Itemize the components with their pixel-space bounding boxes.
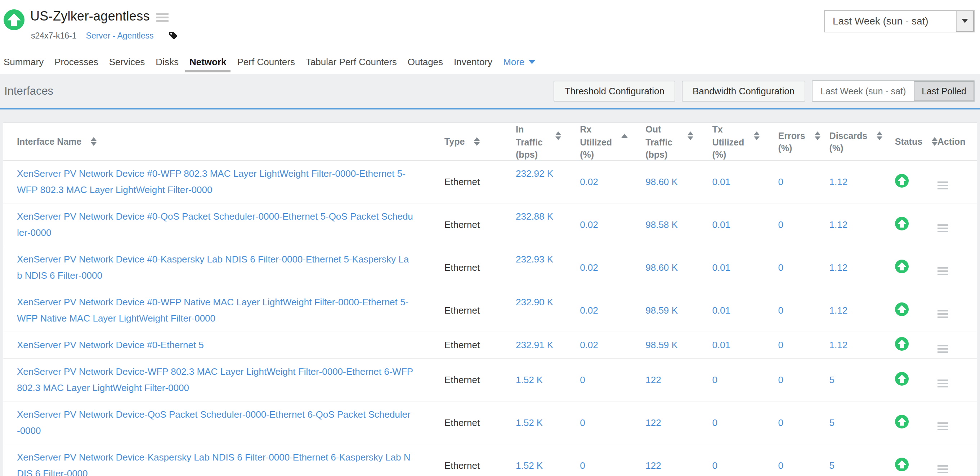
rx-utilized-value[interactable]: 0	[580, 374, 585, 385]
in-traffic-value[interactable]: 232.92 K	[516, 168, 553, 179]
threshold-configuration-button[interactable]: Threshold Configuration	[554, 81, 675, 102]
tab-inventory[interactable]: Inventory	[454, 57, 492, 68]
column-header-errors[interactable]: Errors(%)	[760, 123, 811, 160]
sort-icon[interactable]	[555, 132, 561, 140]
rx-utilized-value[interactable]: 0	[580, 460, 585, 471]
tx-utilized-value[interactable]: 0	[712, 460, 717, 471]
column-header-status[interactable]: Status	[872, 123, 919, 160]
monitor-type-link[interactable]: Server - Agentless	[86, 31, 154, 41]
tx-utilized-value[interactable]: 0.01	[712, 262, 730, 273]
bandwidth-configuration-button[interactable]: Bandwidth Configuration	[682, 81, 805, 102]
column-header-out-traffic[interactable]: Out Traffic(bps)	[627, 123, 693, 160]
action-menu-icon[interactable]	[937, 379, 948, 387]
tx-utilized-value[interactable]: 0.01	[712, 340, 730, 350]
column-header-type[interactable]: Type	[426, 123, 497, 160]
discards-value[interactable]: 1.12	[829, 219, 848, 230]
out-traffic-value[interactable]: 122	[646, 417, 661, 428]
sort-icon[interactable]	[754, 132, 760, 140]
dropdown-arrow-icon[interactable]	[956, 11, 974, 32]
tab-outages[interactable]: Outages	[408, 57, 443, 68]
in-traffic-value[interactable]: 1.52 K	[516, 460, 543, 471]
sort-ascending-icon[interactable]	[621, 133, 628, 138]
sort-icon[interactable]	[815, 132, 821, 140]
out-traffic-value[interactable]: 122	[646, 460, 661, 471]
rx-utilized-value[interactable]: 0.02	[580, 305, 598, 316]
out-traffic-value[interactable]: 98.60 K	[646, 176, 678, 187]
in-traffic-value[interactable]: 232.93 K	[516, 254, 553, 265]
toggle-option-last-week-sun-sat[interactable]: Last Week (sun - sat)	[813, 81, 914, 101]
discards-value[interactable]: 1.12	[829, 176, 848, 187]
rx-utilized-value[interactable]: 0.02	[580, 176, 598, 187]
errors-value[interactable]: 0	[778, 219, 783, 230]
rx-utilized-value[interactable]: 0.02	[580, 262, 598, 273]
interface-name-link[interactable]: XenServer PV Network Device-Kaspersky La…	[17, 444, 414, 476]
global-period-select[interactable]: Last Week (sun - sat)	[824, 10, 975, 32]
discards-value[interactable]: 1.12	[829, 262, 848, 273]
tab-tabular-perf-counters[interactable]: Tabular Perf Counters	[306, 57, 397, 68]
action-menu-icon[interactable]	[937, 345, 948, 353]
errors-value[interactable]: 0	[778, 460, 783, 471]
errors-value[interactable]: 0	[778, 374, 783, 385]
interface-name-link[interactable]: XenServer PV Network Device-QoS Packet S…	[17, 401, 414, 444]
rx-utilized-value[interactable]: 0	[580, 417, 585, 428]
column-header-rx-utilized[interactable]: Rx Utilized(%)	[561, 123, 627, 160]
action-menu-icon[interactable]	[937, 310, 948, 318]
sort-icon[interactable]	[932, 137, 937, 146]
in-traffic-value[interactable]: 1.52 K	[516, 374, 543, 385]
out-traffic-value[interactable]: 98.59 K	[646, 305, 678, 316]
action-menu-icon[interactable]	[937, 267, 948, 275]
in-traffic-value[interactable]: 232.90 K	[516, 297, 553, 308]
tab-services[interactable]: Services	[109, 57, 145, 68]
errors-value[interactable]: 0	[778, 305, 783, 316]
errors-value[interactable]: 0	[778, 340, 783, 350]
interface-name-link[interactable]: XenServer PV Network Device #0-WFP Nativ…	[17, 289, 414, 332]
errors-value[interactable]: 0	[778, 176, 783, 187]
action-menu-icon[interactable]	[937, 422, 948, 430]
tag-icon[interactable]	[168, 31, 178, 41]
column-header-name[interactable]: Interface Name	[3, 123, 426, 160]
sort-icon[interactable]	[687, 132, 693, 140]
action-menu-icon[interactable]	[937, 181, 948, 189]
in-traffic-value[interactable]: 1.52 K	[516, 417, 543, 428]
discards-value[interactable]: 5	[829, 374, 835, 385]
discards-value[interactable]: 5	[829, 417, 835, 428]
interface-name-link[interactable]: XenServer PV Network Device #0-WFP 802.3…	[17, 160, 414, 203]
interface-name-link[interactable]: XenServer PV Network Device #0-Kaspersky…	[17, 246, 414, 289]
action-menu-icon[interactable]	[937, 465, 948, 473]
toggle-option-last-polled[interactable]: Last Polled	[914, 81, 974, 101]
tx-utilized-value[interactable]: 0.01	[712, 176, 730, 187]
column-header-in-traffic[interactable]: In Traffic(bps)	[497, 123, 561, 160]
interface-name-link[interactable]: XenServer PV Network Device #0-QoS Packe…	[17, 203, 414, 246]
tx-utilized-value[interactable]: 0.01	[712, 305, 730, 316]
interface-name-link[interactable]: XenServer PV Network Device-WFP 802.3 MA…	[17, 359, 414, 401]
in-traffic-value[interactable]: 232.88 K	[516, 211, 553, 222]
tab-processes[interactable]: Processes	[54, 57, 98, 68]
action-menu-icon[interactable]	[937, 224, 948, 232]
sort-icon[interactable]	[474, 137, 480, 146]
tab-summary[interactable]: Summary	[3, 57, 44, 68]
column-header-discards[interactable]: Discards(%)	[811, 123, 872, 160]
rx-utilized-value[interactable]: 0.02	[580, 340, 598, 350]
rx-utilized-value[interactable]: 0.02	[580, 219, 598, 230]
discards-value[interactable]: 1.12	[829, 305, 848, 316]
tab-network[interactable]: Network	[189, 57, 226, 68]
tx-utilized-value[interactable]: 0	[712, 417, 717, 428]
out-traffic-value[interactable]: 98.59 K	[646, 340, 678, 350]
tab-disks[interactable]: Disks	[156, 57, 179, 68]
out-traffic-value[interactable]: 98.58 K	[646, 219, 678, 230]
tab-perf-counters[interactable]: Perf Counters	[237, 57, 294, 68]
sort-icon[interactable]	[91, 137, 97, 146]
monitor-menu-icon[interactable]	[156, 13, 169, 22]
tx-utilized-value[interactable]: 0.01	[712, 219, 730, 230]
errors-value[interactable]: 0	[778, 417, 783, 428]
discards-value[interactable]: 5	[829, 460, 835, 471]
tx-utilized-value[interactable]: 0	[712, 374, 717, 385]
interface-name-link[interactable]: XenServer PV Network Device #0-Ethernet …	[17, 332, 414, 358]
sort-icon[interactable]	[877, 132, 882, 140]
discards-value[interactable]: 1.12	[829, 340, 848, 350]
out-traffic-value[interactable]: 122	[646, 374, 661, 385]
out-traffic-value[interactable]: 98.60 K	[646, 262, 678, 273]
in-traffic-value[interactable]: 232.91 K	[516, 340, 553, 350]
column-header-tx-utilized[interactable]: Tx Utilized(%)	[693, 123, 759, 160]
errors-value[interactable]: 0	[778, 262, 783, 273]
